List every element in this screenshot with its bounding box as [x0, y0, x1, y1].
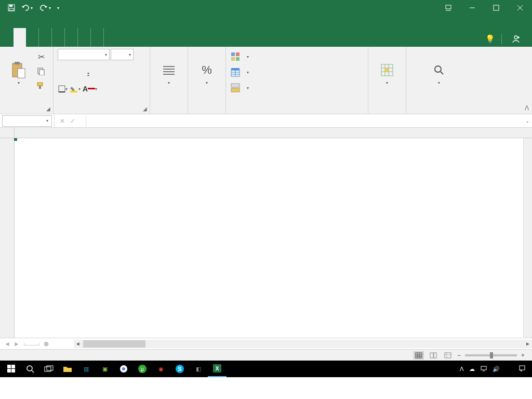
tray-volume-icon[interactable]: 🔊 [493, 366, 500, 373]
review-tab[interactable] [78, 28, 91, 47]
italic-button[interactable] [70, 68, 81, 79]
svg-rect-23 [231, 88, 240, 92]
font-color-icon[interactable]: A▾ [83, 83, 97, 95]
ribbon-tabs: 💡 [0, 16, 532, 47]
svg-rect-13 [59, 86, 65, 92]
tray-network-icon[interactable] [480, 365, 487, 373]
formula-input[interactable] [86, 115, 523, 127]
collapse-ribbon-icon[interactable]: ᐱ [525, 104, 529, 112]
styles-group: ▾ ▾ ▾ [226, 47, 368, 114]
app-icon-2[interactable]: ▣ [96, 361, 114, 377]
undo-icon[interactable]: ▾ [21, 2, 33, 14]
layout-tab[interactable] [39, 28, 52, 47]
page-break-view-icon[interactable] [443, 351, 453, 360]
share-button[interactable] [506, 31, 528, 47]
insert-tab[interactable] [26, 28, 39, 47]
zoom-out-icon[interactable]: − [457, 352, 461, 359]
formula-bar: ▾ ✕ ✓ ⌄ [0, 114, 532, 128]
font-group: ▾ ▾ ▾ ▾ ▾ A▾ ◢ [54, 47, 150, 114]
horizontal-scrollbar[interactable]: ◄► [74, 340, 532, 348]
cut-icon[interactable]: ✂ [35, 51, 47, 62]
editing-group: ▾ [406, 47, 472, 114]
save-icon[interactable] [5, 2, 18, 14]
tray-chevron-icon[interactable]: ᐱ [460, 366, 464, 373]
title-bar: ▾ ▾ ▾ [0, 0, 532, 16]
editing-button[interactable]: ▾ [410, 49, 468, 96]
redo-icon[interactable]: ▾ [36, 2, 54, 14]
cells-area[interactable] [15, 138, 532, 338]
zoom-in-icon[interactable]: + [521, 352, 525, 359]
paste-button[interactable]: ▾ [4, 49, 33, 96]
number-button[interactable]: % ▾ [192, 49, 221, 96]
font-launcher-icon[interactable]: ◢ [142, 106, 148, 111]
clipboard-group: ▾ ✂ ◢ [0, 47, 54, 114]
home-tab[interactable] [14, 28, 26, 47]
border-icon[interactable]: ▾ [58, 83, 68, 95]
svg-rect-32 [11, 365, 15, 368]
zoom-slider[interactable] [465, 354, 517, 356]
app-icon-1[interactable]: ▥ [77, 361, 96, 377]
svg-point-39 [122, 367, 125, 370]
bold-button[interactable] [58, 68, 68, 79]
svg-point-26 [435, 66, 441, 72]
cells-button[interactable]: ▾ [373, 49, 402, 96]
start-icon[interactable] [2, 361, 21, 377]
decrease-font-icon[interactable] [108, 68, 118, 79]
cancel-formula-icon[interactable]: ✕ [60, 117, 65, 125]
font-size-select[interactable]: ▾ [111, 49, 134, 60]
skype-icon[interactable]: S [170, 361, 189, 377]
window-controls [436, 0, 532, 16]
name-box[interactable]: ▾ [2, 115, 52, 127]
svg-rect-25 [385, 68, 389, 72]
cell-styles-button[interactable]: ▾ [230, 80, 249, 96]
alignment-button[interactable]: ▾ [154, 49, 183, 96]
data-tab[interactable] [65, 28, 78, 47]
next-sheet-icon[interactable]: ► [14, 340, 20, 348]
ribbon-options-icon[interactable] [436, 0, 460, 16]
formulas-tab[interactable] [52, 28, 65, 47]
enter-formula-icon[interactable]: ✓ [70, 117, 75, 125]
file-tab[interactable] [1, 28, 14, 47]
notifications-icon[interactable] [518, 365, 526, 373]
new-sheet-icon[interactable]: ⊕ [39, 340, 53, 348]
svg-rect-8 [18, 69, 25, 78]
minimize-icon[interactable] [460, 0, 484, 16]
svg-rect-29 [434, 353, 436, 358]
sheet-tab[interactable] [24, 343, 39, 345]
conditional-format-button[interactable]: ▾ [230, 49, 249, 64]
copy-icon[interactable] [35, 65, 47, 77]
svg-rect-43 [520, 366, 525, 370]
normal-view-icon[interactable] [414, 351, 424, 360]
quick-access-toolbar: ▾ ▾ ▾ [0, 2, 59, 14]
app-icon-3[interactable]: ◉ [152, 361, 170, 377]
svg-rect-34 [11, 369, 15, 373]
file-explorer-icon[interactable] [58, 361, 77, 377]
close-icon[interactable] [508, 0, 532, 16]
svg-rect-36 [45, 367, 51, 371]
format-as-table-button[interactable]: ▾ [230, 64, 249, 80]
svg-text:X: X [216, 366, 219, 371]
taskview-icon[interactable] [39, 361, 58, 377]
svg-rect-4 [494, 5, 499, 10]
page-layout-view-icon[interactable] [428, 351, 438, 360]
svg-rect-42 [481, 366, 486, 370]
prev-sheet-icon[interactable]: ◄ [4, 340, 10, 348]
format-painter-icon[interactable] [35, 80, 47, 91]
select-all-corner[interactable] [0, 128, 15, 138]
underline-button[interactable]: ▾ [83, 68, 93, 79]
fill-color-icon[interactable]: ▾ [70, 83, 81, 95]
app-icon-4[interactable]: ◧ [189, 361, 208, 377]
utorrent-icon[interactable]: μ [133, 361, 152, 377]
search-icon[interactable] [21, 361, 39, 377]
tray-cloud-icon[interactable]: ☁ [469, 366, 475, 373]
clipboard-launcher-icon[interactable]: ◢ [46, 106, 51, 111]
chrome-icon[interactable] [114, 361, 133, 377]
excel-taskbar-icon[interactable]: X [208, 361, 227, 377]
font-name-select[interactable]: ▾ [58, 49, 110, 60]
view-tab[interactable] [91, 28, 104, 47]
vertical-scrollbar[interactable] [523, 138, 532, 338]
increase-font-icon[interactable] [95, 68, 105, 79]
expand-formula-icon[interactable]: ⌄ [523, 118, 532, 124]
maximize-icon[interactable] [484, 0, 508, 16]
svg-rect-10 [39, 70, 44, 75]
